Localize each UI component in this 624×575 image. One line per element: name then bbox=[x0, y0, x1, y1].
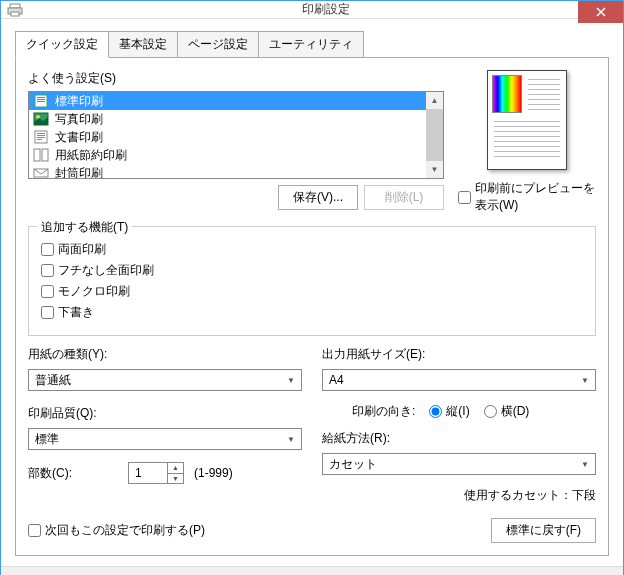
draft-checkbox[interactable]: 下書き bbox=[41, 304, 583, 321]
save-preset-button[interactable]: 保存(V)... bbox=[278, 185, 358, 210]
svg-rect-15 bbox=[42, 149, 48, 161]
close-button[interactable] bbox=[578, 1, 623, 23]
dialog-button-row: OK キャンセル ヘルプ bbox=[1, 566, 623, 575]
svg-rect-11 bbox=[37, 135, 45, 136]
tab-strip: クイック設定 基本設定 ページ設定 ユーティリティ bbox=[15, 31, 609, 58]
page-icon bbox=[33, 94, 49, 108]
svg-rect-2 bbox=[11, 12, 19, 16]
scroll-up-button: ▲ bbox=[426, 92, 443, 109]
svg-rect-5 bbox=[37, 99, 45, 100]
list-item[interactable]: 文書印刷 bbox=[29, 128, 426, 146]
chevron-down-icon: ▼ bbox=[577, 456, 593, 472]
window-title: 印刷設定 bbox=[29, 1, 623, 18]
chevron-down-icon: ▼ bbox=[283, 431, 299, 447]
list-item[interactable]: 封筒印刷 bbox=[29, 164, 426, 179]
svg-rect-4 bbox=[37, 97, 45, 98]
media-type-label: 用紙の種類(Y): bbox=[28, 346, 302, 363]
list-item[interactable]: 用紙節約印刷 bbox=[29, 146, 426, 164]
paper-size-combo[interactable]: A4 ▼ bbox=[322, 369, 596, 391]
scroll-thumb bbox=[426, 109, 443, 161]
duplex-checkbox[interactable]: 両面印刷 bbox=[41, 241, 583, 258]
defaults-button[interactable]: 標準に戻す(F) bbox=[491, 518, 596, 543]
delete-preset-button: 削除(L) bbox=[364, 185, 444, 210]
tab-basic[interactable]: 基本設定 bbox=[108, 31, 178, 58]
monochrome-checkbox[interactable]: モノクロ印刷 bbox=[41, 283, 583, 300]
copies-spinner[interactable]: ▲▼ bbox=[128, 462, 184, 484]
cassette-note: 使用するカセット：下段 bbox=[322, 487, 596, 504]
portrait-radio[interactable]: 縦(I) bbox=[429, 403, 469, 420]
document-icon bbox=[33, 130, 49, 144]
presets-listbox[interactable]: 標準印刷 写真印刷 文書印刷 bbox=[28, 91, 444, 179]
scrollbar[interactable]: ▲ ▼ bbox=[426, 92, 443, 178]
photo-icon bbox=[33, 112, 49, 126]
copies-label: 部数(C): bbox=[28, 465, 118, 482]
copies-range: (1-999) bbox=[194, 466, 233, 480]
tab-panel-quick: よく使う設定(S) 標準印刷 写真印刷 bbox=[15, 57, 609, 556]
printer-icon bbox=[7, 2, 23, 18]
landscape-radio[interactable]: 横(D) bbox=[484, 403, 530, 420]
paper-source-label: 給紙方法(R): bbox=[322, 430, 596, 447]
quality-combo[interactable]: 標準 ▼ bbox=[28, 428, 302, 450]
additional-features-group: 追加する機能(T) 両面印刷 フチなし全面印刷 モノクロ印刷 下書き bbox=[28, 226, 596, 336]
copies-input[interactable] bbox=[129, 463, 167, 483]
saving-icon bbox=[33, 148, 49, 162]
scroll-down-button: ▼ bbox=[426, 161, 443, 178]
svg-rect-12 bbox=[37, 137, 45, 138]
print-preview bbox=[487, 70, 567, 170]
quality-label: 印刷品質(Q): bbox=[28, 405, 302, 422]
svg-rect-14 bbox=[34, 149, 40, 161]
presets-label: よく使う設定(S) bbox=[28, 70, 444, 87]
tab-utility[interactable]: ユーティリティ bbox=[258, 31, 364, 58]
tab-page[interactable]: ページ設定 bbox=[177, 31, 259, 58]
spin-down: ▼ bbox=[168, 474, 183, 484]
titlebar: 印刷設定 bbox=[1, 1, 623, 19]
svg-rect-6 bbox=[37, 101, 45, 102]
paper-source-combo[interactable]: カセット ▼ bbox=[322, 453, 596, 475]
spin-up: ▲ bbox=[168, 463, 183, 474]
svg-rect-0 bbox=[10, 4, 20, 8]
envelope-icon bbox=[33, 166, 49, 179]
group-legend: 追加する機能(T) bbox=[37, 219, 132, 236]
media-type-combo[interactable]: 普通紙 ▼ bbox=[28, 369, 302, 391]
orientation-label: 印刷の向き: bbox=[352, 403, 415, 420]
borderless-checkbox[interactable]: フチなし全面印刷 bbox=[41, 262, 583, 279]
svg-rect-13 bbox=[37, 139, 42, 140]
paper-size-label: 出力用紙サイズ(E): bbox=[322, 346, 596, 363]
chevron-down-icon: ▼ bbox=[283, 372, 299, 388]
always-use-checkbox[interactable]: 次回もこの設定で印刷する(P) bbox=[28, 522, 205, 539]
svg-rect-10 bbox=[37, 133, 45, 134]
tab-quick[interactable]: クイック設定 bbox=[15, 31, 109, 58]
preview-checkbox[interactable]: 印刷前にプレビューを表示(W) bbox=[458, 180, 596, 214]
list-item[interactable]: 標準印刷 bbox=[29, 92, 426, 110]
list-item[interactable]: 写真印刷 bbox=[29, 110, 426, 128]
print-settings-window: 印刷設定 クイック設定 基本設定 ページ設定 ユーティリティ よく使う設定(S) bbox=[0, 0, 624, 575]
chevron-down-icon: ▼ bbox=[577, 372, 593, 388]
